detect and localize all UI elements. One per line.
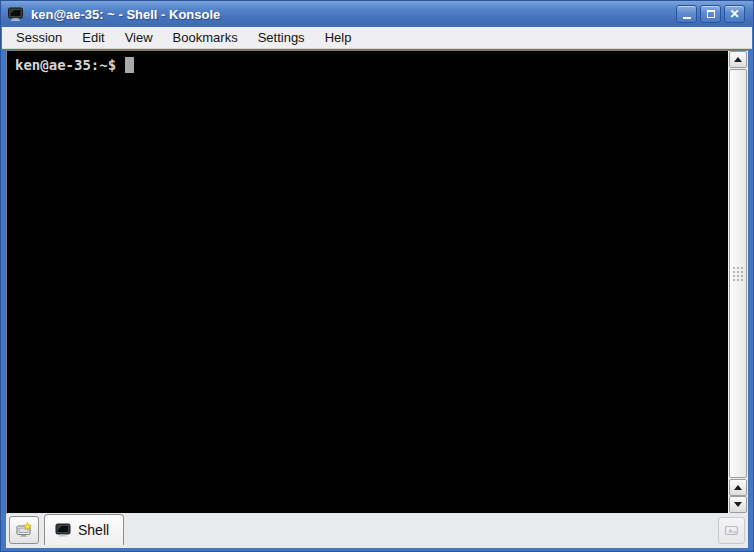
new-session-icon bbox=[16, 522, 32, 538]
shell-prompt: ken@ae-35:~$ bbox=[15, 57, 116, 73]
minimize-icon bbox=[683, 17, 691, 19]
menu-view[interactable]: View bbox=[115, 27, 163, 48]
konsole-window: ken@ae-35: ~ - Shell - Konsole ✕ Session… bbox=[0, 0, 754, 552]
tabbar: Shell bbox=[6, 514, 748, 548]
titlebar[interactable]: ken@ae-35: ~ - Shell - Konsole ✕ bbox=[1, 1, 753, 27]
scroll-down-button[interactable] bbox=[729, 496, 747, 513]
arrow-down-icon bbox=[734, 502, 742, 507]
terminal-frame: ken@ae-35:~$ bbox=[6, 50, 748, 514]
scrollbar-thumb[interactable] bbox=[729, 69, 747, 478]
tab-shell[interactable]: Shell bbox=[44, 514, 124, 545]
close-button[interactable]: ✕ bbox=[724, 5, 745, 23]
shell-tab-icon bbox=[55, 522, 71, 538]
new-session-button[interactable] bbox=[9, 516, 39, 544]
thumb-grip-icon bbox=[733, 267, 735, 269]
session-list-icon bbox=[724, 523, 740, 539]
tab-shell-label: Shell bbox=[78, 522, 109, 538]
terminal-cursor bbox=[125, 57, 134, 73]
arrow-up-icon bbox=[734, 57, 742, 62]
menu-settings[interactable]: Settings bbox=[248, 27, 315, 48]
maximize-button[interactable] bbox=[700, 5, 721, 23]
scrollbar[interactable] bbox=[728, 51, 747, 513]
close-icon: ✕ bbox=[729, 8, 739, 20]
menu-help[interactable]: Help bbox=[315, 27, 362, 48]
arrow-up-icon bbox=[734, 485, 742, 490]
menu-edit[interactable]: Edit bbox=[72, 27, 114, 48]
terminal-screen[interactable]: ken@ae-35:~$ bbox=[7, 51, 728, 513]
prompt-line: ken@ae-35:~$ bbox=[15, 56, 728, 73]
menubar: Session Edit View Bookmarks Settings Hel… bbox=[2, 27, 752, 49]
minimize-button[interactable] bbox=[676, 5, 697, 23]
menu-session[interactable]: Session bbox=[6, 27, 72, 48]
window-title: ken@ae-35: ~ - Shell - Konsole bbox=[31, 7, 676, 22]
menu-bookmarks[interactable]: Bookmarks bbox=[163, 27, 248, 48]
scroll-up-button[interactable] bbox=[729, 51, 747, 68]
konsole-app-icon bbox=[7, 6, 24, 22]
maximize-icon bbox=[707, 10, 715, 18]
session-list-button[interactable] bbox=[718, 517, 745, 544]
scroll-up-button-bottom[interactable] bbox=[729, 479, 747, 496]
